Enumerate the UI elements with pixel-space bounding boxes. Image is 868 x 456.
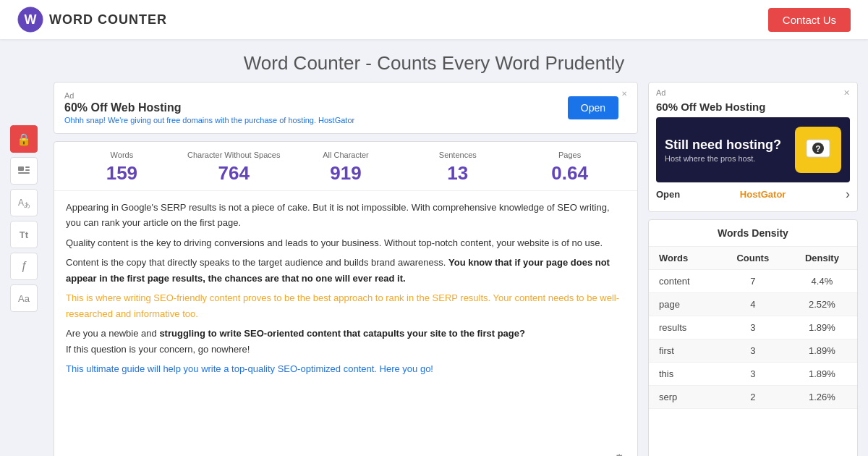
image-text-icon	[17, 164, 31, 178]
stat-pages-value: 0.64	[514, 162, 626, 185]
density-wrapper[interactable]: Words Counts Density content 7 4.4% page…	[649, 247, 857, 456]
cell-density: 1.89%	[787, 316, 857, 339]
cell-density: 1.89%	[787, 339, 857, 363]
case-icon-btn[interactable]: Aa	[10, 284, 38, 312]
right-ad-sub: Host where the pros host.	[665, 154, 781, 163]
text-para-4: This is where writing SEO-friendly conte…	[66, 290, 626, 321]
ad-content: Ad 60% Off Web Hosting Ohhh snap! We're …	[64, 91, 556, 124]
right-ad-dark-text: Still need hosting? Host where the pros …	[665, 137, 781, 162]
text-para-5: Are you a newbie and struggling to write…	[66, 326, 626, 357]
svg-rect-3	[18, 172, 30, 174]
right-ad-title: 60% Off Web Hosting	[649, 101, 857, 117]
stat-words-label: Words	[66, 151, 178, 159]
right-ad-close-icon[interactable]: ✕	[843, 88, 850, 98]
cell-word: this	[649, 363, 719, 386]
text-editor[interactable]: Appearing in Google's SERP results is no…	[54, 191, 637, 449]
svg-rect-5	[25, 169, 30, 171]
svg-rect-2	[18, 166, 24, 171]
cell-count: 7	[719, 270, 787, 293]
table-row: this 3 1.89%	[649, 363, 857, 386]
logo-text: WORD COUNTER	[49, 12, 167, 28]
page-title: Word Counter - Counts Every Word Prudent…	[0, 52, 868, 75]
stat-all-char-label: All Character	[290, 151, 402, 159]
cell-count: 2	[719, 386, 787, 409]
ad-label: Ad	[64, 91, 556, 100]
stat-all-char: All Character 919	[290, 151, 402, 185]
stat-chars-no-space-label: Character Without Spaces	[178, 151, 290, 159]
density-table: Words Counts Density content 7 4.4% page…	[649, 247, 857, 409]
cell-density: 1.89%	[787, 363, 857, 386]
density-table-header-row: Words Counts Density	[649, 247, 857, 270]
stat-pages-label: Pages	[514, 151, 626, 159]
stat-sentences-value: 13	[401, 162, 514, 185]
cell-word: serp	[649, 386, 719, 409]
contact-button[interactable]: Contact Us	[768, 8, 851, 32]
col-counts: Counts	[719, 247, 787, 270]
font-size-icon-btn[interactable]: Tt	[10, 221, 38, 248]
image-text-icon-btn[interactable]	[10, 157, 38, 185]
translate-icon-btn[interactable]: A あ	[10, 189, 38, 216]
svg-text:?: ?	[815, 144, 820, 154]
table-row: serp 2 1.26%	[649, 386, 857, 409]
stat-words-value: 159	[66, 162, 178, 185]
text-para-2: Quality content is the key to driving co…	[66, 235, 626, 250]
cell-density: 2.52%	[787, 293, 857, 316]
right-ad-label: Ad	[656, 88, 665, 98]
right-ad-header: Ad ✕	[649, 83, 857, 101]
cell-count: 3	[719, 316, 787, 339]
svg-text:A: A	[18, 198, 24, 208]
ad-title: 60% Off Web Hosting	[64, 101, 556, 114]
header: W WORD COUNTER Contact Us	[0, 0, 868, 39]
cell-count: 3	[719, 363, 787, 386]
counter-tool: Words 159 Character Without Spaces 764 A…	[54, 141, 638, 456]
stat-words: Words 159	[66, 151, 178, 185]
density-panel: Words Density Words Counts Density conte…	[648, 219, 858, 456]
stat-sentences-label: Sentences	[401, 151, 514, 159]
arrow-right-icon[interactable]: ›	[846, 187, 850, 202]
top-ad-banner: Ad 60% Off Web Hosting Ohhh snap! We're …	[54, 82, 638, 134]
style-icon-btn[interactable]: ƒ	[10, 253, 38, 280]
right-ad-footer: Open HostGator ›	[649, 182, 857, 202]
right-ad-icon: ?	[795, 127, 841, 173]
table-row: page 4 2.52%	[649, 293, 857, 316]
stat-all-char-value: 919	[290, 162, 402, 185]
right-ad-dark: Still need hosting? Host where the pros …	[656, 117, 850, 182]
svg-rect-4	[25, 166, 30, 168]
col-density: Density	[787, 247, 857, 270]
cell-count: 3	[719, 339, 787, 363]
ad-open-button[interactable]: Open	[568, 96, 618, 119]
right-ad-heading: Still need hosting?	[665, 137, 781, 153]
right-ad: Ad ✕ 60% Off Web Hosting Still need host…	[648, 82, 858, 212]
table-row: first 3 1.89%	[649, 339, 857, 363]
right-ad-brand: HostGator	[740, 189, 786, 200]
center-area: Ad 60% Off Web Hosting Ohhh snap! We're …	[54, 82, 638, 456]
lock-icon-btn[interactable]: 🔒	[10, 125, 38, 153]
right-ad-open-label[interactable]: Open	[656, 189, 680, 200]
stat-chars-no-space: Character Without Spaces 764	[178, 151, 290, 185]
settings-icon[interactable]: ⚙	[614, 452, 630, 456]
cell-word: content	[649, 270, 719, 293]
ad-close-icon[interactable]: ✕	[621, 90, 627, 98]
col-words: Words	[649, 247, 719, 270]
table-row: content 7 4.4%	[649, 270, 857, 293]
cell-density: 1.26%	[787, 386, 857, 409]
stats-row: Words 159 Character Without Spaces 764 A…	[54, 142, 637, 191]
stat-sentences: Sentences 13	[401, 151, 514, 185]
editor-footer: ⚙	[54, 449, 637, 456]
cell-word: first	[649, 339, 719, 363]
cell-word: results	[649, 316, 719, 339]
text-para-3: Content is the copy that directly speaks…	[66, 255, 626, 286]
cell-word: page	[649, 293, 719, 316]
left-sidebar: 🔒 A あ Tt ƒ Aa	[10, 82, 43, 456]
right-panel: Ad ✕ 60% Off Web Hosting Still need host…	[648, 82, 858, 456]
stat-chars-no-space-value: 764	[178, 162, 290, 185]
svg-text:あ: あ	[24, 201, 30, 208]
logo-area: W WORD COUNTER	[17, 7, 167, 33]
logo-icon: W	[17, 7, 43, 33]
text-content: Appearing in Google's SERP results is no…	[66, 200, 626, 376]
density-header: Words Density	[649, 220, 857, 247]
translate-icon: A あ	[17, 195, 31, 210]
text-para-1: Appearing in Google's SERP results is no…	[66, 200, 626, 231]
text-para-6: This ultimate guide will help you write …	[66, 361, 626, 376]
main-layout: 🔒 A あ Tt ƒ Aa Ad 60% Off Web Hosting	[0, 82, 868, 456]
